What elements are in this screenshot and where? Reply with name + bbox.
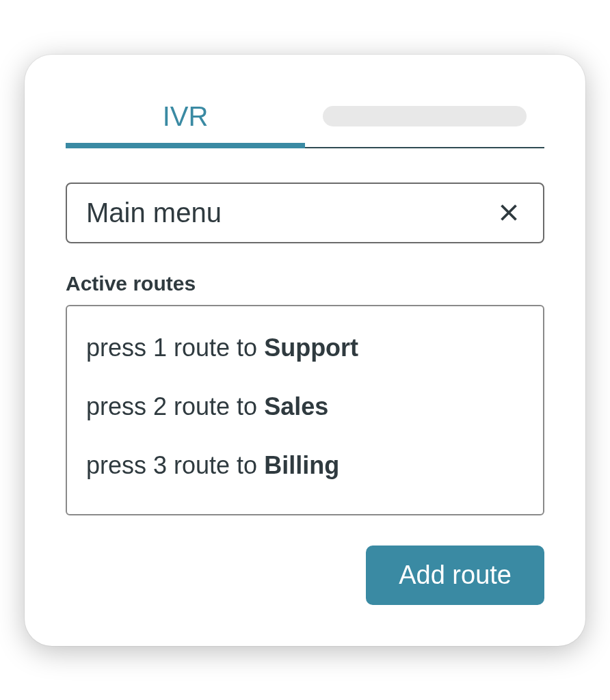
- tab-label: IVR: [163, 101, 209, 131]
- route-dest: Support: [264, 334, 358, 362]
- route-item[interactable]: press 3 route to Billing: [86, 436, 524, 495]
- clear-button[interactable]: [494, 198, 524, 228]
- route-dest: Billing: [264, 451, 339, 479]
- tab-ivr[interactable]: IVR: [66, 89, 305, 147]
- menu-name-input[interactable]: Main menu: [66, 183, 544, 243]
- route-item[interactable]: press 2 route to Sales: [86, 377, 524, 436]
- tab-placeholder[interactable]: [305, 89, 544, 147]
- active-routes-label: Active routes: [66, 272, 544, 295]
- route-item[interactable]: press 1 route to Support: [86, 319, 524, 377]
- route-dest: Sales: [264, 392, 328, 420]
- route-prefix: press 3 route to: [86, 451, 264, 479]
- route-prefix: press 2 route to: [86, 392, 264, 420]
- routes-list: press 1 route to Support press 2 route t…: [66, 305, 544, 515]
- add-route-button[interactable]: Add route: [366, 546, 544, 605]
- close-icon: [496, 200, 521, 225]
- actions-row: Add route: [66, 546, 544, 605]
- add-route-label: Add route: [399, 561, 512, 589]
- route-prefix: press 1 route to: [86, 334, 264, 362]
- tab-placeholder-pill: [323, 106, 527, 126]
- tabs: IVR: [66, 89, 544, 148]
- ivr-card: IVR Main menu Active routes press 1 rout…: [25, 55, 585, 646]
- menu-name-value: Main menu: [86, 198, 494, 228]
